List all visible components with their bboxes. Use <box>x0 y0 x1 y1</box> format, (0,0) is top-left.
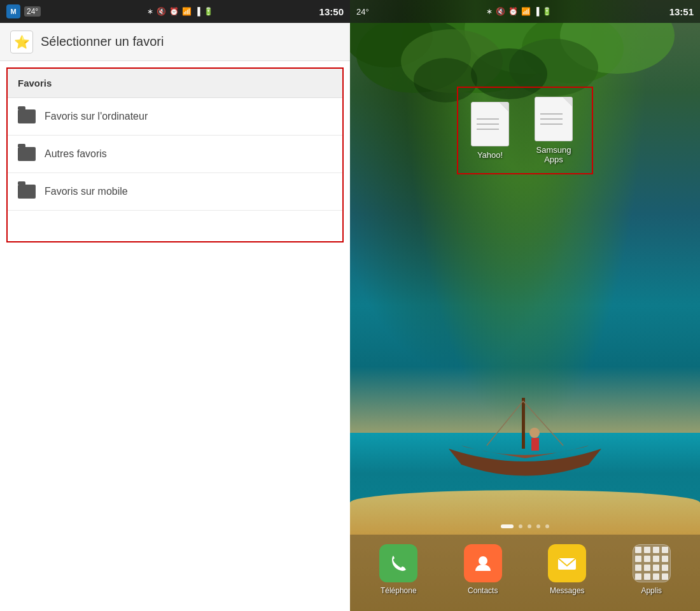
grid-dot <box>662 556 668 562</box>
alarm-icon: ⏰ <box>169 7 179 16</box>
dock-item-apps[interactable]: Applis <box>633 544 671 595</box>
dock: Téléphone Contacts Messages <box>350 535 700 611</box>
wifi-icon-right: 📶 <box>521 7 531 16</box>
battery-icon: 🔋 <box>204 7 213 16</box>
dot-0 <box>501 524 514 528</box>
doc-line-1 <box>477 118 499 120</box>
bookmark-label-computer: Favoris sur l'ordinateur <box>45 111 148 122</box>
desktop-icon-yahoo[interactable]: Yahoo! <box>471 102 509 160</box>
grid-dot <box>635 573 641 580</box>
status-bar-right: 24° ∗ 🔇 ⏰ 📶 ▐ 🔋 13:51 <box>350 0 700 23</box>
bookmark-label-mobile: Favoris sur mobile <box>45 186 128 197</box>
grid-dot <box>635 547 641 553</box>
wifi-icon: 📶 <box>182 7 192 16</box>
grid-dot <box>635 565 641 571</box>
temp-right: 24° <box>356 7 369 17</box>
page-dots <box>350 524 700 528</box>
apps-grid <box>635 547 668 580</box>
status-bar-left: M 24° ∗ 🔇 ⏰ 📶 ▐ 🔋 13:50 <box>0 0 350 23</box>
battery-icon-right: 🔋 <box>542 7 552 16</box>
volume-icon-right: 🔇 <box>496 7 505 16</box>
apps-app-icon <box>633 544 671 582</box>
dot-1 <box>519 524 522 528</box>
bookmark-label-autres: Autres favoris <box>45 148 107 160</box>
messages-icon-svg <box>556 552 578 575</box>
right-panel: 24° ∗ 🔇 ⏰ 📶 ▐ 🔋 13:51 Yahoo! <box>350 0 700 611</box>
status-icons-right: ∗ 🔇 ⏰ 📶 ▐ 🔋 <box>486 7 552 16</box>
doc-line-s2 <box>540 118 563 120</box>
time-left: 13:50 <box>319 6 344 17</box>
bluetooth-icon: ∗ <box>147 7 153 16</box>
folder-icon <box>18 109 36 123</box>
phone-icon-svg <box>387 552 410 575</box>
signal-icon-right: ▐ <box>534 7 540 16</box>
samsung-apps-label: Samsung Apps <box>528 145 579 164</box>
messages-app-icon <box>548 544 586 582</box>
phone-app-icon <box>379 544 417 582</box>
grid-dot <box>662 565 668 571</box>
dock-item-contacts[interactable]: Contacts <box>464 544 502 595</box>
doc-line-2 <box>477 123 499 125</box>
status-left-icons: M 24° <box>6 4 41 18</box>
samsung-doc-icon <box>535 97 573 141</box>
page-title: Sélectionner un favori <box>41 34 164 49</box>
dot-4 <box>545 524 549 528</box>
status-right-left: 24° <box>356 7 369 17</box>
apps-label: Applis <box>641 586 662 595</box>
bookmark-item-autres[interactable]: Autres favoris <box>8 136 342 173</box>
grid-dot <box>653 556 659 562</box>
grid-dot <box>644 565 650 571</box>
time-right: 13:51 <box>669 6 694 17</box>
status-icons-left: ∗ 🔇 ⏰ 📶 ▐ 🔋 <box>147 7 213 16</box>
left-panel: M 24° ∗ 🔇 ⏰ 📶 ▐ 🔋 13:50 ⭐ Sélectionner u… <box>0 0 350 611</box>
empty-row <box>8 211 342 241</box>
messages-label: Messages <box>550 586 585 595</box>
folder-icon-mobile <box>18 185 36 199</box>
yahoo-doc-icon <box>471 102 509 146</box>
contacts-label: Contacts <box>468 586 498 595</box>
star-icon: ⭐ <box>10 31 33 53</box>
grid-dot <box>644 556 650 562</box>
signal-icon: ▐ <box>195 7 200 16</box>
grid-dot <box>653 573 659 580</box>
temp-left: 24° <box>24 6 41 17</box>
bluetooth-icon-right: ∗ <box>486 7 493 16</box>
bookmarks-list: Favoris Favoris sur l'ordinateur Autres … <box>0 61 350 611</box>
dock-item-phone[interactable]: Téléphone <box>379 544 417 595</box>
contacts-app-icon <box>464 544 502 582</box>
header-left: ⭐ Sélectionner un favori <box>0 23 350 61</box>
folder-icon-autres <box>18 147 36 161</box>
bookmarks-section: Favoris Favoris sur l'ordinateur Autres … <box>6 67 344 242</box>
yahoo-label: Yahoo! <box>477 150 503 160</box>
desktop-icons-area: Yahoo! Samsung Apps <box>350 23 700 535</box>
grid-dot <box>662 547 668 553</box>
dock-item-messages[interactable]: Messages <box>548 544 586 595</box>
dot-3 <box>536 524 540 528</box>
volume-icon: 🔇 <box>157 7 166 16</box>
desktop-icon-samsung-apps[interactable]: Samsung Apps <box>528 97 579 164</box>
grid-dot <box>635 556 641 562</box>
doc-line-s1 <box>540 113 563 115</box>
bookmark-item-mobile[interactable]: Favoris sur mobile <box>8 173 342 211</box>
svg-point-15 <box>479 556 487 565</box>
alarm-icon-right: ⏰ <box>508 7 518 16</box>
meizu-icon: M <box>6 4 20 18</box>
grid-dot <box>644 573 650 580</box>
dot-2 <box>528 524 531 528</box>
highlighted-icons-box: Yahoo! Samsung Apps <box>457 87 593 174</box>
phone-label: Téléphone <box>381 586 417 595</box>
grid-dot <box>653 565 659 571</box>
bookmark-item-computer[interactable]: Favoris sur l'ordinateur <box>8 98 342 136</box>
contacts-icon-svg <box>472 552 494 575</box>
section-header-favoris: Favoris <box>8 69 342 98</box>
grid-dot <box>653 547 659 553</box>
doc-line-3 <box>477 129 499 130</box>
grid-dot <box>644 547 650 553</box>
doc-line-s3 <box>540 123 563 125</box>
grid-dot <box>662 573 668 580</box>
